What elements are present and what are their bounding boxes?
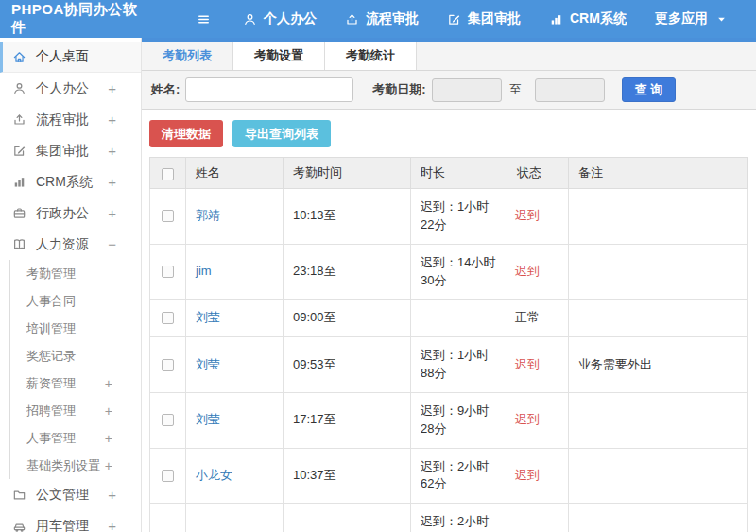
sidebar-item-personal-desktop[interactable]: 个人桌面	[0, 42, 141, 73]
table-row: 管理员 10:54至10:54 迟到：2小时90分早退：7小时10分 迟到/早退…	[150, 504, 748, 532]
expand-toggle-icon[interactable]: +	[105, 403, 112, 419]
tab-label: 考勤设置	[254, 47, 303, 64]
table-row: 刘莹 09:53至 迟到：1小时88分 迟到 业务需要外出	[150, 337, 748, 393]
employee-name-link[interactable]: 郭靖	[196, 208, 220, 222]
row-checkbox[interactable]	[162, 470, 174, 482]
expand-toggle-icon[interactable]: +	[105, 376, 112, 391]
sidebar-item-vehicle-mgmt[interactable]: 用车管理 +	[0, 510, 141, 532]
content-area: 考勤列表 考勤设置 考勤统计 姓名: 考勤日期: 至 查 询 清理数据 导出查询…	[142, 38, 756, 532]
expand-toggle-icon[interactable]: +	[108, 487, 116, 503]
attendance-time-cell: 23:18至	[284, 244, 411, 300]
expand-toggle-icon[interactable]: +	[108, 112, 116, 128]
sidebar-subitem-hr-contract[interactable]: 人事合同	[10, 287, 141, 315]
sidebar-item-document-mgmt[interactable]: 公文管理 +	[0, 479, 141, 510]
status-cell: 迟到/早退	[507, 504, 569, 532]
row-checkbox[interactable]	[162, 414, 174, 426]
nav-item-label: 集团审批	[468, 10, 521, 27]
sidebar-subitem-attendance-mgmt[interactable]: 考勤管理	[10, 260, 141, 287]
duration-cell	[411, 300, 507, 337]
expand-toggle-icon[interactable]: +	[108, 143, 116, 159]
sidebar-item-label: CRM系统	[36, 174, 93, 191]
expand-toggle-icon[interactable]: +	[108, 80, 116, 96]
column-header: 考勤时间	[284, 158, 411, 189]
table-row: 小龙女 10:37至 迟到：2小时62分 迟到	[150, 448, 748, 504]
sidebar-item-group-approval[interactable]: 集团审批 +	[0, 135, 141, 166]
employee-name-link[interactable]: 刘莹	[196, 310, 220, 324]
employee-name-link[interactable]: jim	[196, 264, 212, 278]
row-checkbox[interactable]	[162, 359, 174, 371]
sidebar-subitem-training-mgmt[interactable]: 培训管理	[10, 315, 141, 342]
name-label: 姓名:	[151, 81, 180, 98]
nav-item-group-approval[interactable]: 集团审批	[447, 10, 521, 27]
remark-cell	[569, 300, 748, 337]
nav-item-label: CRM系统	[570, 10, 627, 27]
attendance-time-cell: 17:17至	[284, 392, 411, 448]
sidebar-subitem-base-category-settings[interactable]: 基础类别设置 +	[10, 452, 141, 479]
sidebar-item-label: 用车管理	[36, 518, 89, 532]
tab-attendance-list[interactable]: 考勤列表	[142, 42, 233, 70]
duration-cell: 迟到：9小时28分	[411, 392, 507, 448]
date-to-input[interactable]	[535, 78, 605, 102]
employee-name-link[interactable]: 刘莹	[196, 412, 220, 426]
sidebar-subitem-recruitment-mgmt[interactable]: 招聘管理 +	[10, 397, 141, 424]
attendance-table: 姓名考勤时间时长状态备注 郭靖 10:13至 迟到：1小时22分 迟到 jim …	[149, 157, 748, 532]
clean-data-button[interactable]: 清理数据	[149, 120, 223, 147]
tab-label: 考勤统计	[346, 47, 395, 64]
export-list-button[interactable]: 导出查询列表	[232, 120, 331, 147]
remark-cell: 业务需要外出	[569, 337, 748, 393]
chart-icon	[12, 175, 27, 189]
status-cell: 迟到	[507, 244, 569, 300]
sidebar: 个人桌面 个人办公 + 流程审批 + 集团审批 + CRM系统 + 行政办公	[0, 38, 142, 532]
duration-cell: 迟到：1小时22分	[411, 189, 507, 245]
search-button[interactable]: 查 询	[622, 77, 677, 102]
nav-item-more-apps[interactable]: 更多应用	[655, 10, 729, 27]
attendance-time-cell: 09:53至	[284, 337, 411, 393]
nav-item-label: 更多应用	[655, 10, 708, 27]
table-row: jim 23:18至 迟到：14小时30分 迟到	[150, 244, 748, 300]
sidebar-subitem-label: 人事管理	[26, 430, 76, 447]
date-label: 考勤日期:	[372, 81, 425, 98]
expand-toggle-icon[interactable]: +	[105, 431, 112, 446]
briefcase-icon	[12, 206, 27, 220]
table-row: 刘莹 09:00至 正常	[150, 300, 748, 337]
expand-toggle-icon[interactable]: +	[105, 458, 112, 473]
sidebar-item-personal-office[interactable]: 个人办公 +	[0, 73, 141, 104]
tab-attendance-setup[interactable]: 考勤设置	[233, 42, 325, 70]
nav-item-workflow-approval[interactable]: 流程审批	[345, 10, 419, 27]
select-all-checkbox[interactable]	[162, 168, 174, 180]
nav-item-crm-system[interactable]: CRM系统	[549, 10, 627, 27]
expand-toggle-icon[interactable]: +	[108, 174, 116, 190]
column-header: 备注	[569, 158, 748, 189]
sidebar-item-human-resources[interactable]: 人力资源 −	[0, 229, 141, 260]
sidebar-item-admin-office[interactable]: 行政办公 +	[0, 197, 141, 229]
nav-item-personal-office[interactable]: 个人办公	[243, 10, 317, 27]
sidebar-item-crm-system[interactable]: CRM系统 +	[0, 166, 141, 197]
sidebar-subitem-label: 招聘管理	[26, 403, 76, 420]
date-from-input[interactable]	[432, 78, 502, 102]
column-header: 姓名	[186, 158, 284, 189]
expand-toggle-icon[interactable]: −	[108, 236, 116, 252]
expand-toggle-icon[interactable]: +	[108, 518, 116, 532]
tab-bar: 考勤列表 考勤设置 考勤统计	[142, 42, 756, 71]
sidebar-toggle-button[interactable]	[197, 12, 211, 26]
row-checkbox[interactable]	[162, 266, 174, 278]
name-input[interactable]	[185, 77, 353, 102]
sidebar-subitem-personnel-mgmt[interactable]: 人事管理 +	[10, 424, 141, 452]
row-checkbox[interactable]	[162, 312, 174, 324]
nav-item-label: 个人办公	[264, 10, 317, 27]
row-checkbox[interactable]	[162, 210, 174, 222]
status-cell: 迟到	[507, 448, 569, 504]
edit-icon	[12, 144, 27, 158]
edit-icon	[447, 12, 461, 26]
hamburger-icon	[197, 12, 211, 26]
tab-attendance-stats[interactable]: 考勤统计	[325, 42, 417, 70]
expand-toggle-icon[interactable]: +	[108, 205, 116, 221]
duration-cell: 迟到：1小时88分	[411, 337, 507, 393]
employee-name-link[interactable]: 刘莹	[196, 357, 220, 371]
duration-cell: 迟到：2小时62分	[411, 448, 507, 504]
sidebar-item-workflow-approval[interactable]: 流程审批 +	[0, 104, 141, 135]
employee-name-link[interactable]: 小龙女	[196, 468, 232, 482]
sidebar-subitem-reward-punishment[interactable]: 奖惩记录	[10, 342, 141, 369]
sidebar-subitem-salary-mgmt[interactable]: 薪资管理 +	[10, 369, 141, 397]
nav-item-label: 流程审批	[366, 10, 419, 27]
